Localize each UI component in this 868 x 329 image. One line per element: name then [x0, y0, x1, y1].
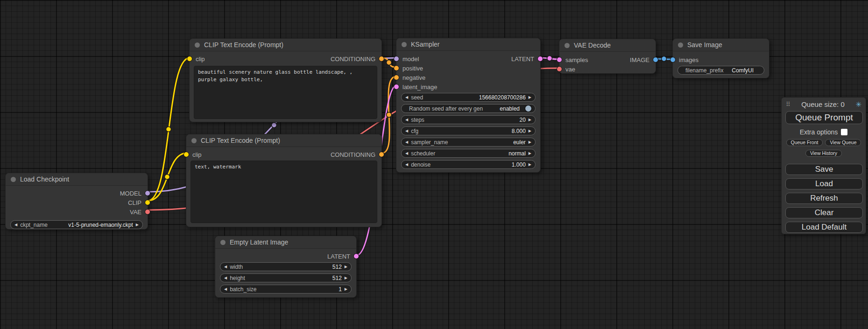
conditioning-output-slot[interactable]	[379, 56, 384, 61]
view-queue-button[interactable]: View Queue	[825, 139, 861, 146]
conditioning-output-slot[interactable]	[379, 152, 384, 157]
model-input-slot[interactable]	[394, 56, 399, 61]
collapse-dot-icon[interactable]	[11, 177, 16, 182]
queue-size-label: Queue size: 0	[790, 100, 856, 108]
image-output-slot[interactable]	[653, 57, 658, 62]
refresh-button[interactable]: Refresh	[785, 193, 863, 204]
latent-output-slot[interactable]	[354, 254, 359, 259]
node-title-bar[interactable]: KSampler	[396, 38, 540, 51]
widget-value: 1.000	[512, 161, 526, 168]
clear-button[interactable]: Clear	[785, 207, 863, 218]
width-widget[interactable]: ◀ width 512 ▶	[220, 262, 352, 271]
positive-input-slot[interactable]	[394, 66, 399, 70]
collapse-dot-icon[interactable]	[220, 240, 226, 245]
node-empty-latent-image[interactable]: Empty Latent Image LATENT ◀ width 512 ▶ …	[215, 236, 357, 298]
slot-row: latent_image	[396, 82, 540, 91]
collapse-dot-icon[interactable]	[191, 138, 197, 143]
latent-output-slot[interactable]	[538, 56, 543, 61]
sampler-name-widget[interactable]: ◀ sampler_name euler ▶	[401, 138, 536, 147]
node-clip-text-encode-negative[interactable]: CLIP Text Encode (Prompt) clip CONDITION…	[186, 134, 382, 227]
widget-value: enabled	[500, 105, 520, 112]
seed-widget[interactable]: ◀ seed 156680208700286 ▶	[401, 93, 536, 102]
scheduler-widget[interactable]: ◀ scheduler normal ▶	[401, 149, 536, 158]
collapse-dot-icon[interactable]	[565, 43, 570, 48]
node-title: VAE Decode	[574, 42, 611, 49]
node-title-bar[interactable]: Empty Latent Image	[215, 236, 356, 249]
settings-gear-icon[interactable]: ✳	[855, 101, 861, 108]
prompt-textarea[interactable]: beautiful scenery nature glass bottle la…	[194, 66, 377, 119]
decrement-arrow-icon[interactable]: ◀	[405, 129, 408, 133]
toggle-indicator[interactable]	[525, 105, 531, 112]
queue-front-button[interactable]: Queue Front	[786, 139, 823, 146]
latent-image-input-slot[interactable]	[394, 84, 399, 89]
collapse-dot-icon[interactable]	[402, 42, 407, 47]
decrement-arrow-icon[interactable]: ◀	[14, 223, 17, 227]
load-default-button[interactable]: Load Default	[785, 222, 863, 233]
node-save-image[interactable]: Save Image images filename_prefix ComfyU…	[672, 38, 769, 78]
view-history-button[interactable]: View History	[805, 150, 842, 157]
denoise-widget[interactable]: ◀ denoise 1.000 ▶	[401, 160, 536, 169]
increment-arrow-icon[interactable]: ▶	[529, 129, 531, 133]
widget-value: 8.000	[512, 128, 526, 134]
increment-arrow-icon[interactable]: ▶	[529, 118, 531, 122]
node-title: CLIP Text Encode (Prompt)	[204, 41, 283, 49]
negative-input-slot[interactable]	[394, 75, 399, 80]
filename-prefix-widget[interactable]: filename_prefix ComfyUI	[677, 66, 764, 75]
random-seed-toggle-widget[interactable]: Random seed after every gen enabled	[401, 104, 536, 113]
model-output-slot[interactable]	[145, 191, 150, 196]
increment-arrow-icon[interactable]: ▶	[529, 96, 531, 99]
node-graph-canvas[interactable]: Load Checkpoint MODEL CLIP VAE ◀ ckpt_na…	[0, 0, 868, 329]
extra-options-checkbox[interactable]	[841, 129, 847, 135]
vae-output-slot[interactable]	[145, 210, 150, 214]
decrement-arrow-icon[interactable]: ◀	[405, 118, 408, 122]
increment-arrow-icon[interactable]: ▶	[529, 163, 531, 167]
node-load-checkpoint[interactable]: Load Checkpoint MODEL CLIP VAE ◀ ckpt_na…	[5, 173, 148, 230]
decrement-arrow-icon[interactable]: ◀	[224, 287, 227, 291]
increment-arrow-icon[interactable]: ▶	[529, 140, 531, 144]
height-widget[interactable]: ◀ height 512 ▶	[220, 273, 352, 282]
decrement-arrow-icon[interactable]: ◀	[224, 265, 227, 269]
clip-output-slot[interactable]	[145, 200, 150, 205]
clip-input-slot[interactable]	[184, 152, 189, 157]
increment-arrow-icon[interactable]: ▶	[136, 223, 139, 227]
node-title-bar[interactable]: Save Image	[673, 39, 769, 51]
steps-widget[interactable]: ◀ steps 20 ▶	[401, 115, 536, 124]
batch-size-widget[interactable]: ◀ batch_size 1 ▶	[220, 285, 352, 294]
clip-input-label: clip	[192, 151, 202, 158]
link-midpoint-dot	[272, 123, 277, 128]
load-button[interactable]: Load	[785, 178, 863, 189]
images-input-slot[interactable]	[670, 57, 675, 62]
node-title-bar[interactable]: CLIP Text Encode (Prompt)	[186, 134, 381, 147]
collapse-dot-icon[interactable]	[678, 42, 683, 48]
decrement-arrow-icon[interactable]: ◀	[405, 96, 408, 99]
samples-input-slot[interactable]	[557, 57, 562, 62]
increment-arrow-icon[interactable]: ▶	[529, 152, 531, 155]
queue-prompt-button[interactable]: Queue Prompt	[785, 111, 863, 124]
widget-label: ckpt_name	[20, 222, 48, 228]
node-ksampler[interactable]: KSampler model LATENT positive negative …	[396, 38, 541, 173]
decrement-arrow-icon[interactable]: ◀	[405, 152, 408, 155]
increment-arrow-icon[interactable]: ▶	[345, 265, 347, 269]
node-vae-decode[interactable]: VAE Decode samples IMAGE vae	[559, 39, 656, 74]
decrement-arrow-icon[interactable]: ◀	[224, 276, 227, 280]
clip-input-slot[interactable]	[187, 56, 192, 61]
prompt-textarea[interactable]: text, watermark	[191, 161, 377, 223]
decrement-arrow-icon[interactable]: ◀	[405, 140, 408, 144]
ckpt-name-widget[interactable]: ◀ ckpt_name v1-5-pruned-emaonly.ckpt ▶	[10, 220, 143, 229]
vae-input-label: vae	[565, 66, 575, 73]
drag-handle-icon[interactable]: ⠿	[786, 101, 790, 107]
cfg-widget[interactable]: ◀ cfg 8.000 ▶	[401, 126, 536, 135]
save-button[interactable]: Save	[785, 164, 863, 175]
link-midpoint-dot	[547, 56, 552, 61]
node-title-bar[interactable]: VAE Decode	[559, 39, 656, 52]
node-title-bar[interactable]: CLIP Text Encode (Prompt)	[190, 39, 381, 51]
slot-row: model LATENT	[396, 54, 540, 63]
node-clip-text-encode-positive[interactable]: CLIP Text Encode (Prompt) clip CONDITION…	[189, 38, 382, 122]
increment-arrow-icon[interactable]: ▶	[345, 287, 347, 291]
vae-input-slot[interactable]	[557, 67, 562, 71]
decrement-arrow-icon[interactable]: ◀	[405, 163, 408, 167]
widget-value: 1	[339, 286, 342, 293]
increment-arrow-icon[interactable]: ▶	[345, 276, 347, 280]
node-title-bar[interactable]: Load Checkpoint	[6, 173, 148, 186]
collapse-dot-icon[interactable]	[195, 42, 200, 48]
